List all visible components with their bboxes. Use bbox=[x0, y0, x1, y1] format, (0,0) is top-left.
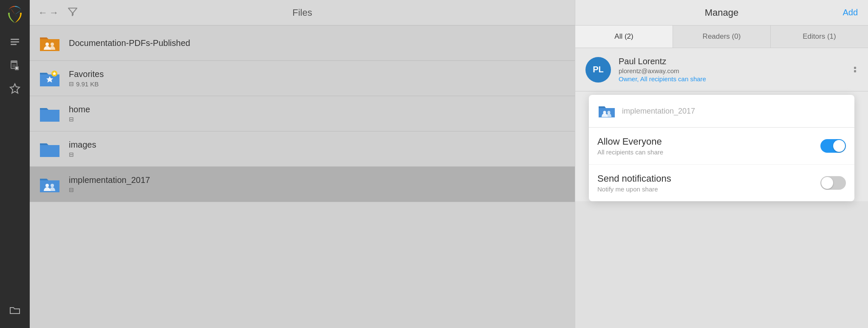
allow-everyone-toggle[interactable] bbox=[820, 139, 846, 153]
file-size: 9.91 KB bbox=[76, 80, 99, 88]
folder-icon bbox=[38, 67, 61, 90]
svg-rect-2 bbox=[11, 44, 17, 45]
file-info: images ⊟ bbox=[69, 140, 96, 158]
nav-buttons[interactable]: ← → bbox=[38, 7, 59, 18]
dropdown-folder-name: implementation_2017 bbox=[622, 107, 695, 116]
allow-everyone-label: Allow Everyone bbox=[597, 136, 820, 147]
tab-all[interactable]: All (2) bbox=[575, 26, 673, 48]
dropdown-folder-header: implementation_2017 bbox=[589, 95, 854, 128]
sync-icon: ⊟ bbox=[69, 80, 74, 87]
page-title: Files bbox=[292, 7, 312, 18]
send-notifications-row: Send notifications Notify me upon share bbox=[589, 165, 854, 201]
back-button[interactable]: ← bbox=[38, 7, 48, 18]
list-item[interactable]: Documentation-PDFs-Published bbox=[30, 26, 575, 61]
file-info: home ⊟ bbox=[69, 105, 90, 123]
filter-button[interactable] bbox=[67, 6, 78, 20]
share-icon: ⊟ bbox=[69, 151, 74, 158]
file-list: Documentation-PDFs-Published Favorites bbox=[30, 26, 575, 328]
svg-point-16 bbox=[45, 184, 49, 187]
file-name: Documentation-PDFs-Published bbox=[69, 38, 190, 48]
share-icon: ⊟ bbox=[69, 116, 74, 123]
file-meta: ⊟ bbox=[69, 186, 150, 193]
folder-icon bbox=[38, 173, 61, 196]
panel-bottom bbox=[575, 201, 868, 328]
sidebar bbox=[0, 0, 30, 328]
list-item[interactable]: home ⊟ bbox=[30, 96, 575, 131]
sidebar-item-files[interactable] bbox=[6, 33, 24, 52]
tab-readers[interactable]: Readers (0) bbox=[673, 26, 771, 48]
panel-title: Manage bbox=[676, 7, 767, 18]
dropdown-panel: implementation_2017 Allow Everyone All r… bbox=[589, 95, 854, 201]
file-info: implementation_2017 ⊟ bbox=[69, 175, 150, 193]
main-content: ← → Files bbox=[30, 0, 575, 328]
avatar: PL bbox=[585, 57, 611, 83]
allow-everyone-sublabel: All recipients can share bbox=[597, 148, 820, 156]
add-button[interactable]: Add bbox=[843, 8, 858, 17]
svg-point-12 bbox=[51, 43, 54, 46]
svg-marker-10 bbox=[10, 84, 20, 93]
menu-dot bbox=[854, 70, 856, 72]
file-name: Favorites bbox=[69, 69, 104, 79]
toolbar: ← → Files bbox=[30, 0, 575, 26]
folder-icon bbox=[38, 31, 61, 54]
svg-rect-0 bbox=[11, 39, 19, 40]
user-menu-button[interactable] bbox=[852, 65, 858, 74]
send-notifications-toggle[interactable] bbox=[820, 176, 846, 190]
list-item[interactable]: Favorites ⊟ 9.91 KB bbox=[30, 61, 575, 96]
tab-editors[interactable]: Editors (1) bbox=[771, 26, 868, 48]
user-email: plorentz@axway.com bbox=[619, 67, 852, 74]
svg-rect-4 bbox=[11, 61, 17, 63]
user-entry: PL Paul Lorentz plorentz@axway.com Owner… bbox=[575, 48, 868, 91]
allow-everyone-row: Allow Everyone All recipients can share bbox=[589, 128, 854, 165]
sidebar-item-favorites[interactable] bbox=[6, 79, 24, 98]
list-item[interactable]: images ⊟ bbox=[30, 131, 575, 167]
file-name: images bbox=[69, 140, 96, 150]
svg-point-17 bbox=[51, 184, 54, 187]
user-name: Paul Lorentz bbox=[619, 57, 852, 66]
file-meta: ⊟ bbox=[69, 116, 90, 123]
send-notifications-sublabel: Notify me upon share bbox=[597, 185, 820, 193]
file-meta: ⊟ bbox=[69, 151, 96, 158]
file-name: home bbox=[69, 105, 90, 114]
right-panel: Manage Add All (2) Readers (0) Editors (… bbox=[575, 0, 868, 328]
tabs: All (2) Readers (0) Editors (1) bbox=[575, 26, 868, 48]
user-role: Owner, All recipients can share bbox=[619, 75, 852, 83]
send-notifications-label: Send notifications bbox=[597, 173, 820, 184]
file-info: Documentation-PDFs-Published bbox=[69, 38, 190, 48]
toggle-knob bbox=[821, 177, 833, 189]
file-meta: ⊟ 9.91 KB bbox=[69, 80, 104, 88]
folder-icon bbox=[38, 102, 61, 125]
forward-button[interactable]: → bbox=[49, 7, 59, 18]
allow-everyone-info: Allow Everyone All recipients can share bbox=[597, 136, 820, 156]
svg-rect-1 bbox=[11, 41, 19, 43]
share-icon: ⊟ bbox=[69, 186, 74, 193]
app-logo[interactable] bbox=[5, 4, 25, 25]
folder-icon bbox=[38, 137, 61, 160]
dropdown-folder-icon bbox=[597, 102, 616, 120]
send-notifications-info: Send notifications Notify me upon share bbox=[597, 173, 820, 193]
svg-point-11 bbox=[45, 43, 49, 46]
user-info: Paul Lorentz plorentz@axway.com Owner, A… bbox=[619, 57, 852, 83]
sidebar-item-notes[interactable] bbox=[6, 56, 24, 75]
sidebar-item-folder[interactable] bbox=[6, 301, 24, 319]
panel-header: Manage Add bbox=[575, 0, 868, 26]
file-name: implementation_2017 bbox=[69, 175, 150, 185]
file-info: Favorites ⊟ 9.91 KB bbox=[69, 69, 104, 88]
toggle-knob bbox=[833, 140, 845, 152]
list-item[interactable]: implementation_2017 ⊟ bbox=[30, 167, 575, 202]
menu-dot bbox=[854, 67, 856, 69]
